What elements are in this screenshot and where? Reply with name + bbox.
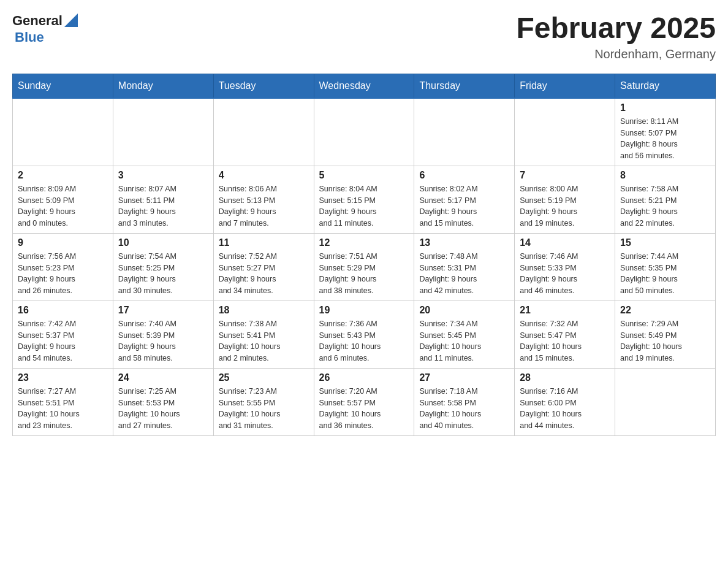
day-number: 24 [118, 372, 208, 383]
day-number: 12 [319, 237, 409, 248]
table-row: 17Sunrise: 7:40 AMSunset: 5:39 PMDayligh… [113, 301, 213, 368]
day-number: 8 [620, 170, 710, 181]
table-row: 24Sunrise: 7:25 AMSunset: 5:53 PMDayligh… [113, 368, 213, 435]
table-row: 20Sunrise: 7:34 AMSunset: 5:45 PMDayligh… [414, 301, 515, 368]
day-info: Sunrise: 7:46 AMSunset: 5:33 PMDaylight:… [520, 251, 610, 297]
day-info: Sunrise: 7:38 AMSunset: 5:41 PMDaylight:… [219, 318, 309, 364]
table-row: 19Sunrise: 7:36 AMSunset: 5:43 PMDayligh… [314, 301, 414, 368]
day-number: 22 [620, 305, 710, 316]
day-number: 17 [118, 305, 208, 316]
table-row [213, 98, 314, 166]
table-row: 5Sunrise: 8:04 AMSunset: 5:15 PMDaylight… [314, 166, 414, 233]
day-number: 1 [620, 102, 710, 113]
logo-blue-text: Blue [15, 29, 44, 45]
day-number: 25 [219, 372, 309, 383]
day-number: 23 [18, 372, 108, 383]
table-row: 9Sunrise: 7:56 AMSunset: 5:23 PMDaylight… [13, 233, 113, 301]
table-row: 15Sunrise: 7:44 AMSunset: 5:35 PMDayligh… [615, 233, 716, 301]
day-number: 14 [520, 237, 610, 248]
table-row [314, 98, 414, 166]
table-row: 6Sunrise: 8:02 AMSunset: 5:17 PMDaylight… [414, 166, 515, 233]
day-number: 3 [118, 170, 208, 181]
logo-triangle-icon [64, 13, 78, 27]
day-info: Sunrise: 8:00 AMSunset: 5:19 PMDaylight:… [520, 183, 610, 229]
day-info: Sunrise: 7:51 AMSunset: 5:29 PMDaylight:… [319, 251, 409, 297]
table-row: 16Sunrise: 7:42 AMSunset: 5:37 PMDayligh… [13, 301, 113, 368]
table-row: 22Sunrise: 7:29 AMSunset: 5:49 PMDayligh… [615, 301, 716, 368]
table-row [615, 368, 716, 435]
day-info: Sunrise: 8:09 AMSunset: 5:09 PMDaylight:… [18, 183, 108, 229]
day-number: 7 [520, 170, 610, 181]
table-row: 23Sunrise: 7:27 AMSunset: 5:51 PMDayligh… [13, 368, 113, 435]
day-info: Sunrise: 7:40 AMSunset: 5:39 PMDaylight:… [118, 318, 208, 364]
day-info: Sunrise: 7:32 AMSunset: 5:47 PMDaylight:… [520, 318, 610, 364]
day-info: Sunrise: 7:29 AMSunset: 5:49 PMDaylight:… [620, 318, 710, 364]
day-number: 9 [18, 237, 108, 248]
day-number: 13 [419, 237, 509, 248]
calendar-body: 1Sunrise: 8:11 AMSunset: 5:07 PMDaylight… [13, 98, 716, 436]
logo-general-text: General [12, 13, 63, 29]
weekday-header-thursday: Thursday [414, 74, 515, 98]
weekday-header-monday: Monday [113, 74, 213, 98]
table-row [113, 98, 213, 166]
day-info: Sunrise: 7:20 AMSunset: 5:57 PMDaylight:… [319, 386, 409, 432]
day-info: Sunrise: 8:02 AMSunset: 5:17 PMDaylight:… [419, 183, 509, 229]
weekday-header-tuesday: Tuesday [213, 74, 314, 98]
day-number: 18 [219, 305, 309, 316]
weekday-header-row: SundayMondayTuesdayWednesdayThursdayFrid… [13, 74, 716, 98]
table-row: 10Sunrise: 7:54 AMSunset: 5:25 PMDayligh… [113, 233, 213, 301]
table-row: 25Sunrise: 7:23 AMSunset: 5:55 PMDayligh… [213, 368, 314, 435]
day-number: 26 [319, 372, 409, 383]
day-info: Sunrise: 8:04 AMSunset: 5:15 PMDaylight:… [319, 183, 409, 229]
table-row: 27Sunrise: 7:18 AMSunset: 5:58 PMDayligh… [414, 368, 515, 435]
table-row: 14Sunrise: 7:46 AMSunset: 5:33 PMDayligh… [515, 233, 615, 301]
table-row: 26Sunrise: 7:20 AMSunset: 5:57 PMDayligh… [314, 368, 414, 435]
table-row: 1Sunrise: 8:11 AMSunset: 5:07 PMDaylight… [615, 98, 716, 166]
table-row: 18Sunrise: 7:38 AMSunset: 5:41 PMDayligh… [213, 301, 314, 368]
table-row: 2Sunrise: 8:09 AMSunset: 5:09 PMDaylight… [13, 166, 113, 233]
week-row-4: 23Sunrise: 7:27 AMSunset: 5:51 PMDayligh… [13, 368, 716, 435]
day-number: 20 [419, 305, 509, 316]
day-number: 15 [620, 237, 710, 248]
table-row: 13Sunrise: 7:48 AMSunset: 5:31 PMDayligh… [414, 233, 515, 301]
title-section: February 2025 Nordenham, Germany [516, 12, 716, 61]
day-info: Sunrise: 8:06 AMSunset: 5:13 PMDaylight:… [219, 183, 309, 229]
day-info: Sunrise: 7:18 AMSunset: 5:58 PMDaylight:… [419, 386, 509, 432]
table-row: 3Sunrise: 8:07 AMSunset: 5:11 PMDaylight… [113, 166, 213, 233]
day-info: Sunrise: 7:16 AMSunset: 6:00 PMDaylight:… [520, 386, 610, 432]
table-row: 28Sunrise: 7:16 AMSunset: 6:00 PMDayligh… [515, 368, 615, 435]
location: Nordenham, Germany [516, 47, 716, 61]
week-row-0: 1Sunrise: 8:11 AMSunset: 5:07 PMDaylight… [13, 98, 716, 166]
table-row [414, 98, 515, 166]
weekday-header-friday: Friday [515, 74, 615, 98]
day-number: 2 [18, 170, 108, 181]
day-info: Sunrise: 7:25 AMSunset: 5:53 PMDaylight:… [118, 386, 208, 432]
month-title: February 2025 [516, 12, 716, 45]
week-row-3: 16Sunrise: 7:42 AMSunset: 5:37 PMDayligh… [13, 301, 716, 368]
day-info: Sunrise: 7:42 AMSunset: 5:37 PMDaylight:… [18, 318, 108, 364]
day-info: Sunrise: 7:54 AMSunset: 5:25 PMDaylight:… [118, 251, 208, 297]
day-number: 6 [419, 170, 509, 181]
day-info: Sunrise: 7:27 AMSunset: 5:51 PMDaylight:… [18, 386, 108, 432]
day-number: 21 [520, 305, 610, 316]
weekday-header-wednesday: Wednesday [314, 74, 414, 98]
table-row: 11Sunrise: 7:52 AMSunset: 5:27 PMDayligh… [213, 233, 314, 301]
table-row: 7Sunrise: 8:00 AMSunset: 5:19 PMDaylight… [515, 166, 615, 233]
day-info: Sunrise: 7:56 AMSunset: 5:23 PMDaylight:… [18, 251, 108, 297]
page-header: General Blue February 2025 Nordenham, Ge… [12, 12, 716, 61]
day-number: 4 [219, 170, 309, 181]
calendar-table: SundayMondayTuesdayWednesdayThursdayFrid… [12, 74, 716, 436]
day-number: 10 [118, 237, 208, 248]
day-number: 16 [18, 305, 108, 316]
day-info: Sunrise: 7:23 AMSunset: 5:55 PMDaylight:… [219, 386, 309, 432]
table-row: 8Sunrise: 7:58 AMSunset: 5:21 PMDaylight… [615, 166, 716, 233]
day-number: 5 [319, 170, 409, 181]
day-info: Sunrise: 7:44 AMSunset: 5:35 PMDaylight:… [620, 251, 710, 297]
day-info: Sunrise: 8:11 AMSunset: 5:07 PMDaylight:… [620, 116, 710, 162]
day-info: Sunrise: 7:34 AMSunset: 5:45 PMDaylight:… [419, 318, 509, 364]
week-row-1: 2Sunrise: 8:09 AMSunset: 5:09 PMDaylight… [13, 166, 716, 233]
table-row: 12Sunrise: 7:51 AMSunset: 5:29 PMDayligh… [314, 233, 414, 301]
day-number: 27 [419, 372, 509, 383]
day-number: 28 [520, 372, 610, 383]
day-info: Sunrise: 8:07 AMSunset: 5:11 PMDaylight:… [118, 183, 208, 229]
